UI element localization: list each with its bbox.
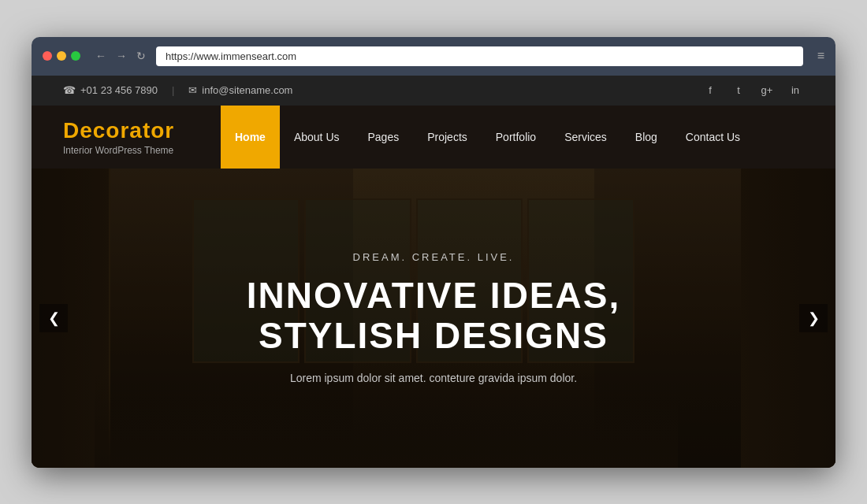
top-bar: +01 23 456 7890 | info@sitename.com f t … bbox=[32, 76, 835, 106]
back-button[interactable]: ← bbox=[93, 50, 109, 62]
address-bar[interactable]: https://www.immenseart.com bbox=[156, 46, 803, 66]
nav-services[interactable]: Services bbox=[550, 106, 621, 169]
hero-title: INNOVATIVE IDEAS, STYLISH DESIGNS bbox=[247, 276, 620, 355]
forward-button[interactable]: → bbox=[113, 50, 129, 62]
social-links: f t g+ in bbox=[701, 82, 804, 99]
website: +01 23 456 7890 | info@sitename.com f t … bbox=[32, 76, 835, 468]
hero-content: DREAM. CREATE. LIVE. INNOVATIVE IDEAS, S… bbox=[32, 169, 835, 468]
browser-titlebar: ← → ↻ https://www.immenseart.com ≡ bbox=[32, 37, 835, 76]
nav-home[interactable]: Home bbox=[221, 106, 280, 169]
hero-description: Lorem ipsum dolor sit amet. conteture gr… bbox=[290, 372, 577, 384]
logo-area: Decorator Interior WordPress Theme bbox=[63, 106, 221, 169]
nav-blog[interactable]: Blog bbox=[621, 106, 672, 169]
nav-about[interactable]: About Us bbox=[280, 106, 354, 169]
hero-tagline: DREAM. CREATE. LIVE. bbox=[353, 251, 515, 263]
browser-nav: ← → ↻ bbox=[93, 50, 148, 62]
minimize-dot[interactable] bbox=[57, 51, 66, 61]
nav-projects[interactable]: Projects bbox=[413, 106, 482, 169]
nav-pages[interactable]: Pages bbox=[354, 106, 414, 169]
hero-title-line1: INNOVATIVE IDEAS, bbox=[247, 275, 620, 316]
maximize-dot[interactable] bbox=[71, 51, 80, 61]
browser-dots bbox=[43, 51, 80, 61]
browser-window: ← → ↻ https://www.immenseart.com ≡ +01 2… bbox=[32, 37, 835, 468]
slider-prev-button[interactable]: ❮ bbox=[39, 304, 68, 332]
email-icon bbox=[188, 84, 197, 96]
facebook-icon[interactable]: f bbox=[701, 82, 719, 99]
reload-button[interactable]: ↻ bbox=[134, 50, 148, 62]
slider-next-button[interactable]: ❯ bbox=[799, 304, 828, 332]
browser-menu-button[interactable]: ≡ bbox=[817, 49, 824, 63]
hero-title-line2: STYLISH DESIGNS bbox=[259, 315, 608, 356]
email-info: info@sitename.com bbox=[188, 84, 292, 96]
nav-contact[interactable]: Contact Us bbox=[672, 106, 754, 169]
top-bar-left: +01 23 456 7890 | info@sitename.com bbox=[63, 84, 292, 96]
twitter-icon[interactable]: t bbox=[730, 82, 747, 99]
phone-icon bbox=[63, 84, 76, 96]
email-address: info@sitename.com bbox=[202, 84, 292, 96]
header: Decorator Interior WordPress Theme Home … bbox=[32, 106, 835, 169]
hero-section: ❮ DREAM. CREATE. LIVE. INNOVATIVE IDEAS,… bbox=[32, 169, 835, 468]
logo-subtitle: Interior WordPress Theme bbox=[63, 145, 189, 156]
linkedin-icon[interactable]: in bbox=[787, 82, 804, 99]
phone-number: +01 23 456 7890 bbox=[80, 84, 158, 96]
phone-info: +01 23 456 7890 bbox=[63, 84, 158, 96]
nav-portfolio[interactable]: Portfolio bbox=[482, 106, 550, 169]
main-navigation: Home About Us Pages Projects Portfolio S… bbox=[221, 106, 804, 169]
google-plus-icon[interactable]: g+ bbox=[758, 82, 776, 99]
close-dot[interactable] bbox=[43, 51, 52, 61]
divider: | bbox=[172, 84, 174, 96]
logo-title: Decorator bbox=[63, 118, 189, 143]
